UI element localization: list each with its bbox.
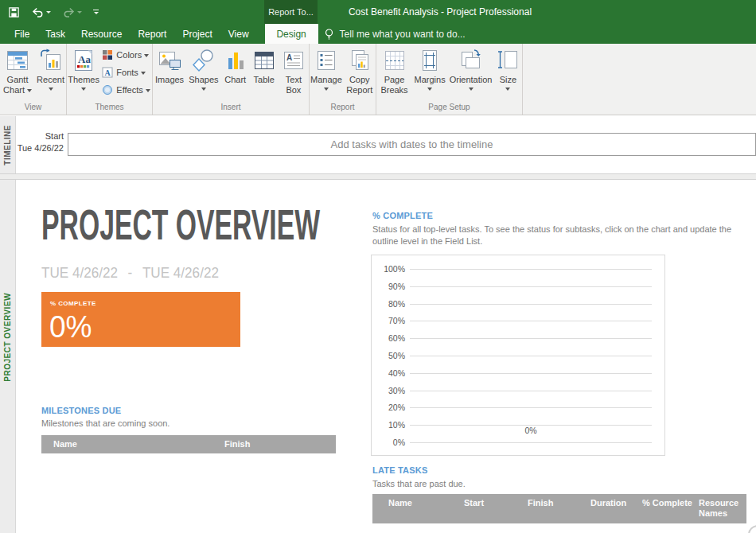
size-button[interactable]: Size <box>495 45 520 101</box>
redo-button[interactable] <box>62 6 82 18</box>
contextual-tab-group-report-tools[interactable]: Report To... <box>264 0 318 24</box>
text-box-label: Text Box <box>281 75 306 95</box>
colors-button[interactable]: Colors <box>102 47 150 63</box>
percent-complete-chart-heading: % COMPLETE <box>372 211 433 221</box>
pane-splitter[interactable] <box>0 173 756 180</box>
tab-task[interactable]: Task <box>37 24 73 44</box>
themes-button[interactable]: Aa Themes <box>67 45 100 101</box>
page-breaks-button[interactable]: Page Breaks <box>378 45 411 101</box>
undo-button[interactable] <box>31 6 51 18</box>
recent-icon <box>39 48 63 73</box>
tab-view[interactable]: View <box>220 24 257 44</box>
text-box-button[interactable]: A Text Box <box>280 45 307 101</box>
gantt-chart-button[interactable]: Gantt Chart <box>1 45 34 101</box>
late-tasks-col-percent-complete: % Complete <box>642 498 692 508</box>
fonts-label: Fonts <box>116 68 146 77</box>
y-tick: 0% <box>375 438 405 447</box>
late-tasks-col-resource-names: Resource Names <box>699 498 745 519</box>
report-date-range[interactable]: TUE 4/26/22-TUE 4/26/22 <box>41 264 219 282</box>
save-icon <box>8 6 20 18</box>
tab-file[interactable]: File <box>6 24 37 44</box>
margins-icon <box>418 48 442 73</box>
report-date-end: TUE 4/26/22 <box>142 264 219 281</box>
recent-button[interactable]: Recent <box>36 45 65 101</box>
timeline-pane-tab[interactable]: TIMELINE <box>0 116 16 173</box>
group-label-report: Report <box>310 101 376 115</box>
report-pane: PROJECT OVERVIEW PROJECT OVERVIEW TUE 4/… <box>0 180 756 533</box>
milestones-col-name: Name <box>53 435 77 453</box>
customize-qat-button[interactable] <box>93 10 99 14</box>
manage-button[interactable]: Manage <box>310 45 343 101</box>
milestones-description: Milestones that are coming soon. <box>41 418 170 430</box>
recent-label: Recent <box>37 75 64 91</box>
tab-project[interactable]: Project <box>174 24 220 44</box>
tab-resource[interactable]: Resource <box>73 24 130 44</box>
percent-complete-card-value: 0% <box>49 311 92 343</box>
effects-label: Effects <box>116 85 150 95</box>
report-title[interactable]: PROJECT OVERVIEW <box>41 203 320 246</box>
ribbon-group-report: Manage Copy Report Report <box>310 44 376 115</box>
group-label-view: View <box>0 101 66 115</box>
undo-menu-arrow-icon[interactable] <box>46 11 51 14</box>
fonts-icon: A <box>102 67 113 78</box>
group-label-page-setup: Page Setup <box>376 101 522 115</box>
y-tick: 10% <box>375 420 405 430</box>
milestones-table-header[interactable]: Name Finish <box>41 435 336 453</box>
y-tick: 70% <box>375 316 405 325</box>
late-tasks-col-name: Name <box>388 498 412 508</box>
margins-button[interactable]: Margins <box>414 45 446 101</box>
lightbulb-icon <box>324 28 334 41</box>
chart-button[interactable]: Chart <box>223 45 248 101</box>
milestones-heading: MILESTONES DUE <box>41 406 121 416</box>
y-tick: 30% <box>375 386 405 395</box>
percent-complete-chart[interactable]: 100% 90% 80% 70% 60% 50% 40% 30% 20% 10%… <box>371 255 665 456</box>
timeline-empty-box[interactable]: Add tasks with dates to the timeline <box>68 133 756 156</box>
y-tick: 20% <box>375 403 405 412</box>
group-label-themes: Themes <box>67 101 152 115</box>
save-button[interactable] <box>8 6 20 18</box>
effects-button[interactable]: Effects <box>102 82 150 98</box>
late-tasks-table-header[interactable]: Name Start Finish Duration % Complete Re… <box>372 494 746 523</box>
svg-text:Aa: Aa <box>78 53 91 65</box>
orientation-button[interactable]: Orientation <box>449 45 493 101</box>
redo-menu-arrow-icon[interactable] <box>77 11 82 14</box>
tell-me-placeholder: Tell me what you want to do... <box>340 29 466 40</box>
margins-label: Margins <box>415 75 446 91</box>
late-tasks-description: Tasks that are past due. <box>372 478 466 490</box>
late-tasks-heading: LATE TASKS <box>372 465 427 476</box>
y-tick: 80% <box>375 299 405 309</box>
gantt-chart-label: Gantt Chart <box>2 75 33 95</box>
report-date-separator: - <box>128 264 133 281</box>
timeline-pane: TIMELINE Start Tue 4/26/22 Add tasks wit… <box>0 116 756 173</box>
y-tick: 60% <box>375 333 405 343</box>
timeline-start-label: Start <box>16 130 64 142</box>
fonts-button[interactable]: A Fonts <box>102 64 150 80</box>
late-tasks-col-finish: Finish <box>528 498 553 508</box>
report-pane-label: PROJECT OVERVIEW <box>3 293 12 382</box>
ribbon-tab-bar: File Task Resource Report Project View D… <box>0 24 756 44</box>
percent-complete-chart-description: Status for all top-level tasks. To see t… <box>372 224 731 247</box>
chart-data-label: 0% <box>410 426 652 435</box>
tab-report[interactable]: Report <box>130 24 174 44</box>
shapes-button[interactable]: Shapes <box>188 45 219 101</box>
ribbon-group-insert: Images Shapes <box>153 44 310 115</box>
tab-design[interactable]: Design <box>265 24 318 44</box>
report-pane-tab[interactable]: PROJECT OVERVIEW <box>0 180 16 533</box>
quick-access-toolbar <box>8 0 99 24</box>
percent-complete-card[interactable]: % COMPLETE 0% <box>41 292 240 347</box>
svg-text:A: A <box>105 68 111 77</box>
y-tick: 50% <box>375 351 405 360</box>
table-button[interactable]: Table <box>251 45 277 101</box>
milestones-col-finish: Finish <box>224 435 250 453</box>
copy-report-button[interactable]: Copy Report <box>343 45 376 101</box>
timeline-pane-label: TIMELINE <box>3 125 12 165</box>
colors-icon <box>102 49 113 60</box>
copy-report-icon <box>348 48 372 73</box>
ribbon-group-page-setup: Page Breaks Margins <box>376 44 523 115</box>
redo-icon <box>62 6 76 18</box>
tell-me-box[interactable]: Tell me what you want to do... <box>318 24 466 44</box>
images-button[interactable]: Images <box>154 45 185 101</box>
orientation-label: Orientation <box>450 75 493 91</box>
report-canvas: PROJECT OVERVIEW TUE 4/26/22-TUE 4/26/22… <box>16 180 756 533</box>
size-label: Size <box>500 75 516 91</box>
